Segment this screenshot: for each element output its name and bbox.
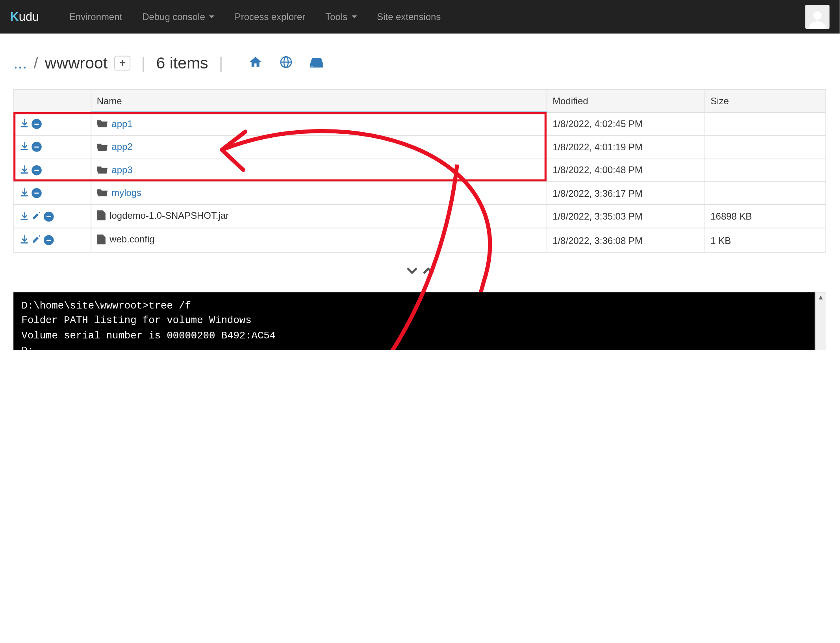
delete-icon[interactable]: − [32, 119, 42, 129]
svg-rect-8 [20, 172, 28, 174]
download-icon[interactable] [20, 211, 29, 222]
table-row: −app21/8/2022, 4:01:19 PM [14, 135, 826, 159]
kudu-logo-k: K [10, 10, 19, 24]
file-icon [97, 211, 106, 223]
folder-link[interactable]: app1 [111, 118, 132, 129]
globe-icon[interactable] [280, 54, 292, 73]
delete-icon[interactable]: − [32, 142, 42, 152]
size-cell [705, 135, 826, 159]
navbar: Kudu EnvironmentDebug console Process ex… [0, 0, 840, 33]
folder-link[interactable]: mylogs [111, 187, 141, 198]
download-icon[interactable] [20, 187, 29, 199]
folder-icon [97, 142, 108, 153]
size-cell: 1 KB [705, 228, 826, 252]
modified-cell: 1/8/2022, 4:00:48 PM [547, 159, 705, 182]
navbar-brand[interactable]: Kudu [10, 10, 39, 24]
delete-icon[interactable]: − [32, 165, 42, 175]
svg-rect-6 [20, 126, 28, 127]
folder-icon [97, 119, 108, 130]
modified-cell: 1/8/2022, 4:02:45 PM [547, 112, 705, 135]
item-count: 6 items [156, 54, 208, 73]
user-avatar[interactable] [805, 5, 829, 29]
svg-rect-10 [20, 219, 28, 220]
delete-icon[interactable]: − [32, 188, 42, 198]
caret-icon [351, 15, 357, 18]
download-icon[interactable] [20, 235, 29, 246]
delete-icon[interactable]: − [44, 211, 54, 222]
disk-icon[interactable] [310, 54, 323, 73]
add-button[interactable]: + [114, 56, 130, 71]
table-row: −app31/8/2022, 4:00:48 PM [14, 159, 826, 182]
modified-cell: 1/8/2022, 3:35:03 PM [547, 205, 705, 228]
svg-rect-7 [20, 149, 28, 150]
column-header-size[interactable]: Size [705, 90, 826, 112]
modified-cell: 1/8/2022, 3:36:08 PM [547, 228, 705, 252]
file-table: Name Modified Size −app11/8/2022, 4:02:4… [13, 89, 826, 252]
console-expand-toggles [13, 264, 826, 279]
svg-rect-9 [20, 195, 28, 196]
column-header-modified[interactable]: Modified [547, 90, 705, 112]
svg-rect-11 [20, 242, 28, 244]
download-icon[interactable] [20, 164, 29, 176]
breadcrumb-parent-link[interactable]: ... [13, 54, 27, 73]
breadcrumb: ... / wwwroot + | 6 items | [13, 54, 826, 73]
folder-link[interactable]: app2 [111, 141, 132, 152]
folder-icon [97, 188, 108, 199]
file-name: web.config [109, 234, 154, 245]
chevron-up-icon[interactable] [422, 264, 434, 279]
edit-icon[interactable] [32, 235, 41, 246]
nav-item-tools[interactable]: Tools [315, 1, 367, 32]
file-icon [97, 234, 106, 246]
breadcrumb-current: wwwroot [45, 54, 108, 73]
caret-icon [209, 15, 215, 18]
size-cell [705, 112, 826, 135]
person-icon [807, 9, 827, 29]
modified-cell: 1/8/2022, 3:36:17 PM [547, 182, 705, 205]
column-header-name[interactable]: Name [91, 90, 547, 112]
table-row: −web.config1/8/2022, 3:36:08 PM1 KB [14, 228, 826, 252]
modified-cell: 1/8/2022, 4:01:19 PM [547, 135, 705, 159]
svg-rect-5 [311, 66, 313, 67]
scrollbar[interactable] [815, 292, 826, 350]
nav-item-process-explorer[interactable]: Process explorer [224, 1, 315, 32]
chevron-down-icon[interactable] [406, 264, 418, 279]
svg-point-0 [813, 11, 821, 20]
folder-link[interactable]: app3 [111, 164, 132, 175]
debug-console[interactable]: D:\home\site\wwwroot>tree /f Folder PATH… [13, 292, 826, 350]
nav-item-debug-console[interactable]: Debug console [132, 1, 225, 32]
nav-item-environment[interactable]: Environment [59, 1, 132, 32]
home-icon[interactable] [248, 54, 262, 73]
size-cell [705, 159, 826, 182]
file-name: logdemo-1.0-SNAPSHOT.jar [109, 211, 229, 221]
download-icon[interactable] [20, 141, 29, 153]
size-cell: 16898 KB [705, 205, 826, 228]
table-row: −app11/8/2022, 4:02:45 PM [14, 112, 826, 135]
edit-icon[interactable] [32, 211, 41, 222]
folder-icon [97, 165, 108, 176]
nav-item-site-extensions[interactable]: Site extensions [367, 1, 451, 32]
delete-icon[interactable]: − [44, 235, 54, 246]
table-row: −logdemo-1.0-SNAPSHOT.jar1/8/2022, 3:35:… [14, 205, 826, 228]
size-cell [705, 182, 826, 205]
table-row: −mylogs1/8/2022, 3:36:17 PM [14, 182, 826, 205]
download-icon[interactable] [20, 118, 29, 129]
